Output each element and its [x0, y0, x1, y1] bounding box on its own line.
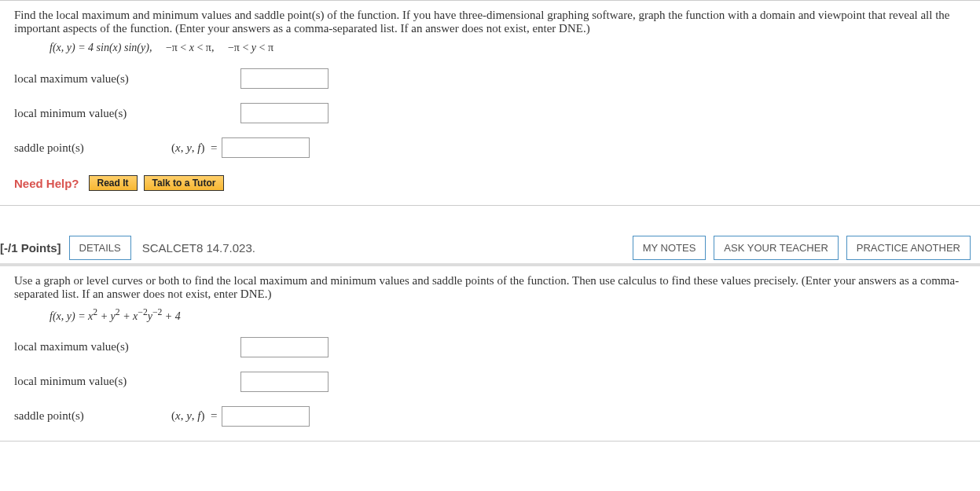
question-2-header: [-/1 Points] DETAILS SCALCET8 14.7.023. … — [0, 229, 980, 266]
need-help-label: Need Help? — [14, 177, 79, 190]
q2-prompt: Use a graph or level curves or both to f… — [14, 274, 966, 301]
q1-row-max: local maximum value(s) — [14, 68, 966, 89]
q2-min-label: local minimum value(s) — [14, 375, 171, 388]
q2-max-input[interactable] — [240, 337, 329, 357]
q1-prompt: Find the local maximum and minimum value… — [14, 9, 966, 35]
q2-row-saddle: saddle point(s) (x, y, f) = — [14, 406, 966, 427]
need-help-row: Need Help? Read It Talk to a Tutor — [14, 175, 966, 191]
question-2-content: Use a graph or level curves or both to f… — [0, 266, 980, 441]
read-it-button[interactable]: Read It — [89, 175, 138, 191]
my-notes-button[interactable]: MY NOTES — [633, 236, 707, 260]
q1-max-label: local maximum value(s) — [14, 72, 171, 86]
q2-function: f(x, y) = x2 + y2 + x−2y−2 + 4 — [50, 307, 966, 323]
q1-min-input[interactable] — [240, 103, 329, 123]
practice-another-button[interactable]: PRACTICE ANOTHER — [846, 236, 971, 260]
q2-saddle-label: saddle point(s) — [14, 409, 171, 423]
q1-function: f(x, y) = 4 sin(x) sin(y), −π < x < π, −… — [50, 42, 966, 54]
talk-tutor-button[interactable]: Talk to a Tutor — [144, 175, 225, 191]
q2-min-input[interactable] — [240, 372, 329, 392]
q2-ref: SCALCET8 14.7.023. — [142, 241, 255, 255]
q1-saddle-prefix: (x, y, f) = — [171, 141, 217, 155]
q2-saddle-input[interactable] — [222, 406, 310, 427]
question-1-content: Find the local maximum and minimum value… — [0, 1, 980, 205]
q2-max-label: local maximum value(s) — [14, 340, 171, 354]
q1-saddle-label: saddle point(s) — [14, 141, 171, 155]
q1-min-label: local minimum value(s) — [14, 107, 171, 120]
q2-saddle-prefix: (x, y, f) = — [171, 409, 217, 423]
question-1: Find the local maximum and minimum value… — [0, 0, 980, 206]
ask-teacher-button[interactable]: ASK YOUR TEACHER — [714, 236, 838, 260]
details-button[interactable]: DETAILS — [69, 236, 131, 260]
q1-row-min: local minimum value(s) — [14, 103, 966, 123]
q2-row-min: local minimum value(s) — [14, 372, 966, 392]
q1-saddle-input[interactable] — [222, 137, 310, 158]
q2-points: [-/1 Points] — [0, 241, 61, 255]
q2-row-max: local maximum value(s) — [14, 337, 966, 357]
question-2: [-/1 Points] DETAILS SCALCET8 14.7.023. … — [0, 229, 980, 442]
q1-row-saddle: saddle point(s) (x, y, f) = — [14, 137, 966, 158]
q1-max-input[interactable] — [240, 68, 329, 89]
